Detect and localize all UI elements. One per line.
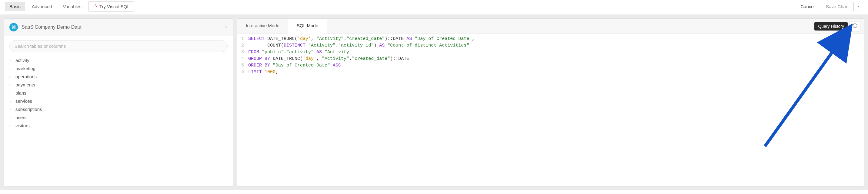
sql-code: SELECT DATE_TRUNC('day', "Activity"."cre… <box>246 36 864 184</box>
chevron-right-icon: › <box>9 124 13 128</box>
topbar: Basic Advanced Variables Try Visual SQL … <box>0 0 868 15</box>
try-visual-sql-button[interactable]: Try Visual SQL <box>88 1 134 11</box>
query-history-button[interactable] <box>849 21 861 31</box>
tables-list: ›activity ›marketing ›operations ›paymen… <box>4 56 233 130</box>
editor-tabs: Interactive Mode SQL Mode Query History <box>237 19 864 34</box>
chevron-right-icon: › <box>9 75 13 79</box>
tab-sql-mode[interactable]: SQL Mode <box>288 19 327 34</box>
chevron-right-icon: › <box>9 91 13 95</box>
save-chart-group: Save Chart <box>821 2 863 11</box>
table-label: plans <box>16 90 26 95</box>
cancel-button[interactable]: Cancel <box>797 4 818 9</box>
sidebar: SaaS Company Demo Data ›activity ›market… <box>4 18 234 187</box>
table-label: marketing <box>16 66 35 71</box>
try-visual-sql-label: Try Visual SQL <box>99 4 130 9</box>
chevron-right-icon: › <box>9 58 13 63</box>
chevron-right-icon: › <box>9 107 13 112</box>
datasource-selector[interactable]: SaaS Company Demo Data <box>4 19 233 36</box>
table-item[interactable]: ›payments <box>7 81 230 89</box>
editor-panel: Interactive Mode SQL Mode Query History … <box>237 18 864 187</box>
chevron-right-icon: › <box>9 99 13 103</box>
search-wrap <box>4 36 233 56</box>
chevron-right-icon: › <box>9 67 13 71</box>
table-label: services <box>16 99 32 104</box>
table-label: subscriptions <box>16 107 42 112</box>
table-label: payments <box>16 82 35 87</box>
save-chart-dropdown[interactable] <box>854 2 863 11</box>
query-history-area: Query History <box>814 19 864 34</box>
table-item[interactable]: ›users <box>7 113 230 121</box>
sparkle-icon <box>93 3 98 9</box>
basic-tab[interactable]: Basic <box>5 2 25 11</box>
chevron-right-icon: › <box>9 115 13 120</box>
search-input[interactable] <box>9 40 227 52</box>
table-label: visitors <box>16 123 30 128</box>
table-item[interactable]: ›marketing <box>7 64 230 73</box>
history-icon <box>852 23 858 29</box>
table-item[interactable]: ›visitors <box>7 121 230 130</box>
save-chart-button[interactable]: Save Chart <box>821 2 854 11</box>
datasource-label: SaaS Company Demo Data <box>22 25 221 30</box>
svg-point-0 <box>12 25 16 26</box>
database-icon <box>9 23 18 31</box>
line-gutter: 123456 <box>237 36 246 184</box>
table-label: activity <box>16 58 29 63</box>
sql-editor[interactable]: 123456 SELECT DATE_TRUNC('day', "Activit… <box>237 34 864 186</box>
chevron-down-icon <box>857 4 860 9</box>
chevron-right-icon: › <box>9 83 13 87</box>
variables-tab[interactable]: Variables <box>59 2 86 11</box>
table-item[interactable]: ›operations <box>7 73 230 81</box>
table-item[interactable]: ›plans <box>7 89 230 97</box>
table-label: users <box>16 115 27 120</box>
table-item[interactable]: ›subscriptions <box>7 105 230 113</box>
main-area: SaaS Company Demo Data ›activity ›market… <box>0 15 868 190</box>
chevron-down-icon <box>224 25 227 30</box>
query-history-tooltip: Query History <box>814 22 848 31</box>
advanced-tab[interactable]: Advanced <box>28 2 56 11</box>
table-item[interactable]: ›services <box>7 97 230 105</box>
spacer <box>327 19 814 34</box>
tab-interactive-mode[interactable]: Interactive Mode <box>237 19 288 34</box>
table-label: operations <box>16 74 37 79</box>
table-item[interactable]: ›activity <box>7 56 230 64</box>
